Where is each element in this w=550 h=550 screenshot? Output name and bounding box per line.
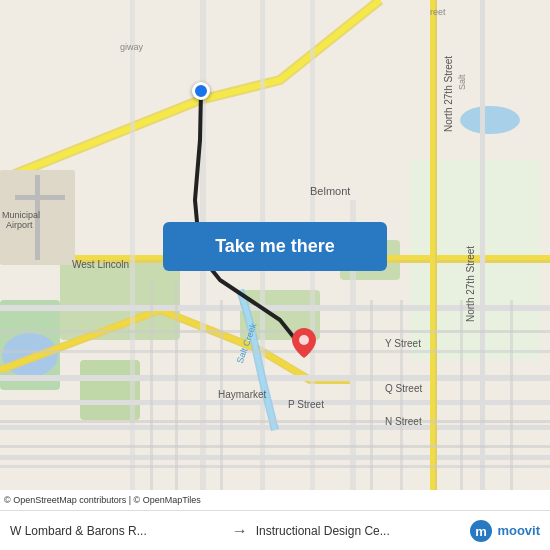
svg-rect-22: [130, 0, 135, 490]
svg-rect-29: [150, 280, 153, 490]
moovit-logo: m moovit: [469, 519, 540, 543]
svg-text:North 27th Street: North 27th Street: [443, 56, 454, 132]
svg-text:giway: giway: [120, 42, 144, 52]
origin-location-dot: [192, 82, 210, 100]
svg-rect-15: [0, 455, 550, 460]
svg-rect-32: [370, 300, 373, 490]
svg-text:Q Street: Q Street: [385, 383, 422, 394]
svg-rect-24: [0, 330, 550, 333]
svg-rect-21: [480, 0, 485, 490]
svg-text:Airport: Airport: [6, 220, 33, 230]
attribution-text: © OpenStreetMap contributors | © OpenMap…: [4, 495, 201, 505]
svg-rect-13: [0, 400, 550, 405]
svg-text:N Street: N Street: [385, 416, 422, 427]
svg-text:P Street: P Street: [288, 399, 324, 410]
map-container: Belmont West Lincoln Haymarket Y Street …: [0, 0, 550, 490]
direction-arrow: →: [232, 522, 248, 540]
from-location-label: W Lombard & Barons R...: [10, 524, 224, 538]
moovit-icon: m: [469, 519, 493, 543]
svg-text:m: m: [476, 524, 488, 539]
svg-text:Salt: Salt: [457, 74, 467, 90]
svg-text:Belmont: Belmont: [310, 185, 350, 197]
svg-text:reet: reet: [430, 7, 446, 17]
svg-text:Y Street: Y Street: [385, 338, 421, 349]
svg-rect-28: [0, 465, 550, 468]
destination-pin: [292, 328, 316, 358]
svg-rect-33: [400, 300, 403, 490]
svg-point-8: [460, 106, 520, 134]
svg-rect-30: [175, 280, 178, 490]
svg-rect-12: [0, 375, 550, 381]
svg-text:Haymarket: Haymarket: [218, 389, 267, 400]
moovit-wordmark: moovit: [497, 523, 540, 538]
svg-rect-34: [460, 300, 463, 490]
svg-rect-25: [0, 350, 550, 353]
svg-rect-27: [0, 445, 550, 448]
svg-rect-26: [0, 420, 550, 423]
svg-text:North 27th Street: North 27th Street: [465, 246, 476, 322]
to-location-label: Instructional Design Ce...: [256, 524, 470, 538]
svg-rect-35: [510, 300, 513, 490]
svg-point-54: [299, 335, 309, 345]
svg-text:West Lincoln: West Lincoln: [72, 259, 129, 270]
bottom-navigation-bar: W Lombard & Barons R... → Instructional …: [0, 510, 550, 550]
take-me-there-button[interactable]: Take me there: [163, 222, 387, 271]
map-attribution: © OpenStreetMap contributors | © OpenMap…: [0, 490, 550, 510]
svg-text:Municipal: Municipal: [2, 210, 40, 220]
svg-rect-20: [430, 0, 435, 490]
